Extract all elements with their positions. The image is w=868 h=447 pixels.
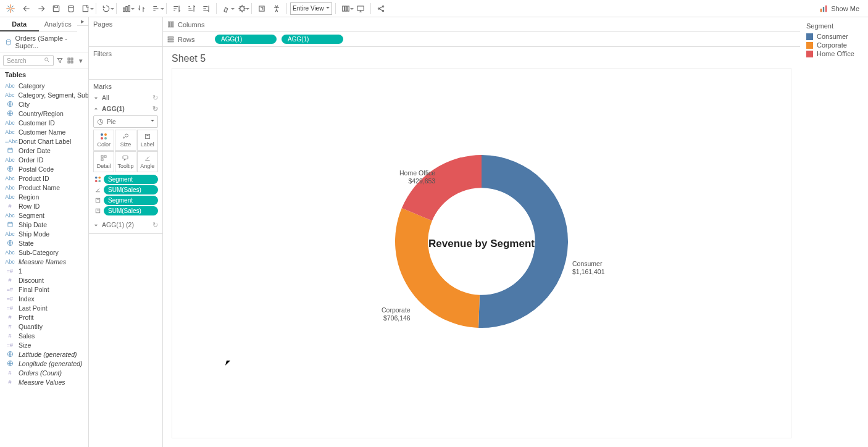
- field-item[interactable]: AbcSegment: [0, 211, 88, 220]
- field-type-icon: Abc: [5, 129, 15, 135]
- pages-shelf[interactable]: Pages: [89, 17, 162, 47]
- field-item[interactable]: AbcCategory, Segment, Sub-...: [0, 90, 88, 99]
- field-item[interactable]: AbcCategory: [0, 81, 88, 90]
- show-labels-button[interactable]: [255, 2, 269, 15]
- mark-angle-button[interactable]: Angle: [137, 151, 158, 172]
- field-item[interactable]: =#Index: [0, 294, 88, 303]
- view-toggle-icon[interactable]: [66, 56, 75, 65]
- fix-axes-button[interactable]: [270, 2, 283, 15]
- field-item[interactable]: #Quantity: [0, 322, 88, 331]
- mark-pill[interactable]: SUM(Sales): [104, 206, 158, 215]
- toolbar-separator: [286, 3, 287, 14]
- legend-item[interactable]: Home Office: [806, 49, 862, 58]
- mark-pill[interactable]: Segment: [104, 175, 158, 184]
- row-pill-agg1-b[interactable]: AGG(1): [282, 35, 343, 44]
- marks-card: Marks All ↻ AGG(1) ↻ Pie Color: [89, 80, 162, 234]
- mark-pill[interactable]: SUM(Sales): [104, 185, 158, 194]
- svg-rect-47: [96, 198, 99, 202]
- filter-fields-icon[interactable]: [56, 56, 64, 65]
- field-item[interactable]: AbcRegion: [0, 192, 88, 201]
- field-item[interactable]: AbcCustomer ID: [0, 118, 88, 127]
- field-item[interactable]: Ship Date: [0, 220, 88, 229]
- field-label: Order Date: [19, 147, 51, 154]
- mark-size-button[interactable]: Size: [115, 130, 136, 151]
- mark-pill[interactable]: Segment: [104, 196, 158, 205]
- legend-item[interactable]: Corporate: [806, 41, 862, 49]
- field-item[interactable]: #Measure Values: [0, 377, 88, 386]
- new-worksheet-button[interactable]: [79, 2, 93, 15]
- share-button[interactable]: [374, 2, 388, 15]
- svg-point-1: [69, 5, 73, 7]
- filters-shelf[interactable]: Filters: [89, 47, 162, 80]
- legend-item[interactable]: Consumer: [806, 32, 862, 41]
- field-item[interactable]: City: [0, 99, 88, 109]
- fit-mode-select[interactable]: Entire View: [290, 2, 332, 15]
- save-button[interactable]: [49, 2, 63, 15]
- svg-point-37: [125, 134, 128, 137]
- field-item[interactable]: #Orders (Count): [0, 368, 88, 377]
- totals-button[interactable]: [199, 2, 213, 15]
- presentation-mode-button[interactable]: [354, 2, 367, 15]
- field-item[interactable]: AbcOrder ID: [0, 155, 88, 164]
- cycle-icon[interactable]: ↻: [152, 221, 158, 228]
- field-item[interactable]: =#Final Point: [0, 285, 88, 294]
- field-item[interactable]: =#Last Point: [0, 303, 88, 312]
- field-item[interactable]: Longitude (generated): [0, 359, 88, 368]
- sort-asc-button[interactable]: [170, 2, 183, 15]
- chart-canvas[interactable]: Revenue by Segment Home Office $429,653 …: [172, 68, 791, 438]
- highlight-button[interactable]: [220, 2, 233, 15]
- columns-shelf[interactable]: Columns: [163, 17, 800, 32]
- field-item[interactable]: AbcSub-Category: [0, 248, 88, 257]
- redo-button[interactable]: [35, 2, 48, 15]
- marks-agg1-row[interactable]: AGG(1) ↻: [93, 103, 158, 114]
- group-button[interactable]: [235, 2, 248, 15]
- fields-menu-icon[interactable]: ▾: [77, 56, 85, 65]
- mark-label-button[interactable]: Label: [137, 130, 158, 151]
- show-me-button[interactable]: Show Me: [819, 4, 859, 13]
- field-item[interactable]: AbcCustomer Name: [0, 127, 88, 136]
- donut-slice-home-office[interactable]: [402, 155, 482, 221]
- sort-desc-button[interactable]: [185, 2, 198, 15]
- marks-agg1-2-row[interactable]: AGG(1) (2) ↻: [93, 219, 158, 230]
- mark-color-button[interactable]: Color: [93, 130, 114, 151]
- field-item[interactable]: State: [0, 238, 88, 248]
- tab-analytics[interactable]: Analytics: [39, 17, 78, 31]
- field-item[interactable]: #Profit: [0, 312, 88, 322]
- field-item[interactable]: AbcProduct Name: [0, 183, 88, 192]
- tab-data[interactable]: Data: [0, 17, 39, 31]
- search-input[interactable]: Search: [3, 55, 54, 66]
- field-item[interactable]: Postal Code: [0, 164, 88, 173]
- mark-tooltip-button[interactable]: Tooltip: [115, 151, 136, 172]
- undo-button[interactable]: [20, 2, 33, 15]
- field-item[interactable]: AbcShip Mode: [0, 229, 88, 238]
- field-item[interactable]: AbcProduct ID: [0, 173, 88, 183]
- field-item[interactable]: =AbcDonut Chart Label: [0, 136, 88, 146]
- svg-point-43: [94, 177, 97, 179]
- new-datasource-button[interactable]: [64, 2, 78, 15]
- sort-button[interactable]: [149, 2, 163, 15]
- row-pill-agg1-a[interactable]: AGG(1): [215, 35, 277, 44]
- swap-button[interactable]: [120, 2, 133, 15]
- cycle-icon[interactable]: ↻: [152, 105, 158, 112]
- datasource-item[interactable]: Orders (Sample - Super...: [0, 31, 88, 52]
- marks-all-row[interactable]: All ↻: [93, 92, 158, 103]
- swap-rows-columns-button[interactable]: [135, 2, 148, 15]
- sheet-title[interactable]: Sheet 5: [172, 53, 791, 64]
- field-item[interactable]: #Discount: [0, 275, 88, 285]
- field-item[interactable]: #Sales: [0, 331, 88, 340]
- data-pane-menu-icon[interactable]: ▸: [77, 17, 88, 26]
- field-item[interactable]: =#1: [0, 266, 88, 275]
- field-item[interactable]: AbcMeasure Names: [0, 257, 88, 266]
- show-cards-button[interactable]: [339, 2, 353, 15]
- cycle-icon[interactable]: ↻: [152, 94, 158, 101]
- mark-detail-button[interactable]: Detail: [93, 151, 114, 172]
- field-item[interactable]: =#Size: [0, 340, 88, 349]
- field-item[interactable]: Order Date: [0, 146, 88, 155]
- clear-sheet-button[interactable]: [99, 2, 113, 15]
- field-item[interactable]: Latitude (generated): [0, 349, 88, 359]
- field-item[interactable]: Country/Region: [0, 109, 88, 118]
- mark-type-select[interactable]: Pie: [93, 115, 158, 128]
- field-label: Row ID: [19, 203, 40, 210]
- field-item[interactable]: #Row ID: [0, 201, 88, 211]
- rows-shelf[interactable]: Rows AGG(1) AGG(1): [163, 32, 800, 47]
